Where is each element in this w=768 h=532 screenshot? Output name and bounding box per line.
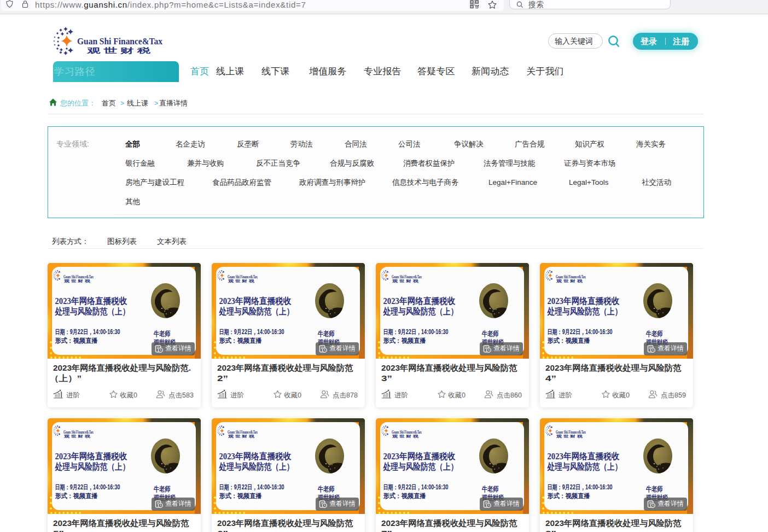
svg-text:观 世 财 税: 观 世 财 税: [555, 434, 583, 439]
svg-text:日期：9月22日，14:00-16:30: 日期：9月22日，14:00-16:30: [55, 328, 120, 336]
svg-text:牛老师: 牛老师: [317, 330, 334, 338]
svg-text:形式：视频直播: 形式：视频直播: [383, 337, 426, 344]
svg-text:4”: 4”: [545, 373, 556, 383]
svg-text:形式：视频直播: 形式：视频直播: [547, 337, 590, 344]
svg-text:2023年网络直播税收: 2023年网络直播税收: [219, 452, 292, 461]
svg-text:观 世 财 税: 观 世 财 税: [555, 279, 583, 283]
svg-text:观 世 财 税: 观 世 财 税: [227, 279, 254, 283]
svg-text:形式：视频直播: 形式：视频直播: [219, 337, 262, 344]
svg-text:2023年网络直播税收处理与风险防范: 2023年网络直播税收处理与风险防范: [381, 363, 517, 372]
svg-text:处理与风险防范（上）: 处理与风险防范（上）: [383, 461, 458, 472]
svg-text:2023年网络直播税收: 2023年网络直播税收: [383, 452, 456, 461]
svg-text:观 世 财 税: 观 世 财 税: [391, 434, 418, 439]
svg-text:2023年网络直播税收处理与风险防范: 2023年网络直播税收处理与风险防范: [381, 518, 517, 528]
svg-text:处理与风险防范（上）: 处理与风险防范（上）: [547, 306, 622, 317]
svg-text:形式：视频直播: 形式：视频直播: [55, 492, 98, 500]
svg-text:2023年网络直播税收: 2023年网络直播税收: [55, 452, 128, 461]
svg-text:日期：9月22日，14:00-16:30: 日期：9月22日，14:00-16:30: [548, 328, 613, 336]
svg-text:3”: 3”: [381, 373, 392, 383]
svg-text:2023年网络直播税收处理与风险防范: 2023年网络直播税收处理与风险防范: [217, 518, 353, 528]
svg-text:处理与风险防范（上）: 处理与风险防范（上）: [383, 306, 458, 317]
svg-text:日期：9月22日，14:00-16:30: 日期：9月22日，14:00-16:30: [219, 328, 284, 336]
svg-text:6”: 6”: [217, 529, 228, 532]
svg-text:观 世 财 税: 观 世 财 税: [63, 434, 90, 439]
svg-text:形式：视频直播: 形式：视频直播: [383, 492, 426, 500]
svg-text:日期：9月22日，14:00-16:30: 日期：9月22日，14:00-16:30: [383, 328, 449, 336]
svg-text:Guan Shi Finance&Tax: Guan Shi Finance&Tax: [77, 36, 162, 46]
svg-text:处理与风险防范（上）: 处理与风险防范（上）: [547, 461, 622, 472]
svg-text:牛老师: 牛老师: [153, 330, 170, 338]
svg-text:处理与风险防范（上）: 处理与风险防范（上）: [55, 461, 130, 472]
svg-text:处理与风险防范（上）: 处理与风险防范（上）: [55, 306, 130, 317]
svg-text:7”: 7”: [381, 529, 392, 532]
svg-text:形式：视频直播: 形式：视频直播: [55, 337, 98, 344]
svg-text:2023年网络直播税收处理与风险防范.: 2023年网络直播税收处理与风险防范.: [53, 363, 191, 372]
svg-text:8”: 8”: [545, 529, 556, 532]
svg-text:2023年网络直播税收: 2023年网络直播税收: [548, 452, 620, 461]
svg-text:2023年网络直播税收: 2023年网络直播税收: [55, 296, 128, 306]
svg-text:牛老师: 牛老师: [645, 485, 662, 493]
svg-text:观 世 财 税: 观 世 财 税: [227, 434, 254, 439]
svg-text:牛老师: 牛老师: [481, 330, 498, 338]
svg-text:2023年网络直播税收处理与风险防范: 2023年网络直播税收处理与风险防范: [53, 518, 189, 528]
svg-text:观 世 财 税: 观 世 财 税: [391, 279, 418, 283]
svg-text:牛老师: 牛老师: [317, 485, 334, 493]
svg-text:2023年网络直播税收: 2023年网络直播税收: [219, 296, 292, 306]
svg-text:日期：9月22日，14:00-16:30: 日期：9月22日，14:00-16:30: [219, 483, 284, 491]
svg-text:2”: 2”: [217, 373, 228, 383]
svg-text:形式：视频直播: 形式：视频直播: [547, 492, 590, 500]
svg-text:牛老师: 牛老师: [645, 330, 662, 338]
svg-text:2023年网络直播税收处理与风险防范: 2023年网络直播税收处理与风险防范: [545, 363, 682, 372]
svg-text:日期：9月22日，14:00-16:30: 日期：9月22日，14:00-16:30: [55, 483, 120, 491]
svg-text:观 世 财 税: 观 世 财 税: [86, 46, 152, 55]
svg-text:2023年网络直播税收处理与风险防范: 2023年网络直播税收处理与风险防范: [217, 363, 353, 372]
svg-text:处理与风险防范（上）: 处理与风险防范（上）: [219, 306, 294, 317]
svg-text:2023年网络直播税收: 2023年网络直播税收: [383, 296, 456, 306]
svg-text:5”: 5”: [53, 529, 64, 532]
svg-text:形式：视频直播: 形式：视频直播: [219, 492, 262, 500]
svg-text:观 世 财 税: 观 世 财 税: [63, 279, 90, 283]
svg-text:2023年网络直播税收处理与风险防范: 2023年网络直播税收处理与风险防范: [545, 518, 682, 528]
svg-text:（上）”: （上）”: [50, 373, 82, 383]
svg-text:日期：9月22日，14:00-16:30: 日期：9月22日，14:00-16:30: [383, 483, 449, 491]
svg-text:2023年网络直播税收: 2023年网络直播税收: [548, 296, 620, 306]
svg-text:牛老师: 牛老师: [481, 485, 498, 493]
svg-text:处理与风险防范（上）: 处理与风险防范（上）: [219, 461, 294, 472]
svg-text:日期：9月22日，14:00-16:30: 日期：9月22日，14:00-16:30: [548, 483, 613, 491]
svg-text:牛老师: 牛老师: [153, 485, 170, 493]
